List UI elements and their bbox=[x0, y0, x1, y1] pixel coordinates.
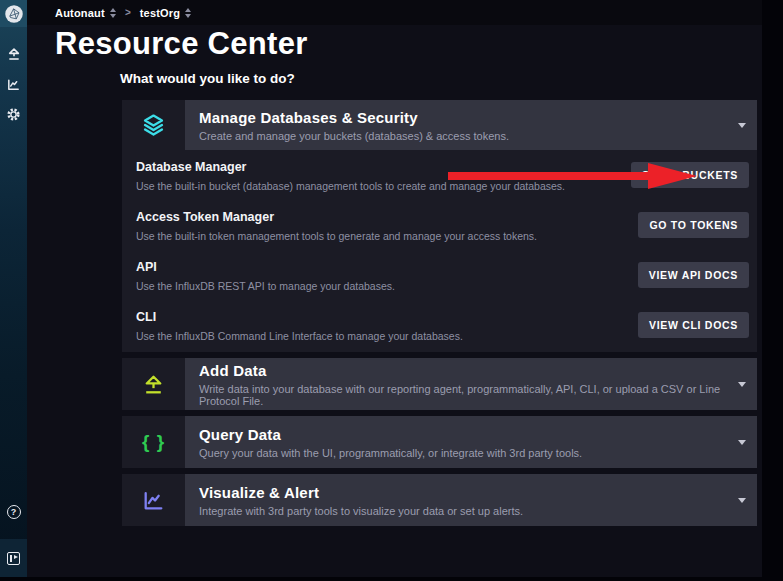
chevron-down-icon[interactable] bbox=[738, 498, 746, 503]
breadcrumb-org-label: Autonaut bbox=[55, 7, 105, 19]
row-api-title: API bbox=[136, 260, 395, 274]
row-database-manager: Database Manager Use the built-in bucket… bbox=[136, 150, 749, 200]
panel-manage-description: Create and manage your buckets (database… bbox=[199, 130, 727, 142]
panel-visualize-alert-header[interactable]: Visualize & Alert Integrate with 3rd par… bbox=[122, 474, 757, 526]
panel-visualize-alert-description: Integrate with 3rd party tools to visual… bbox=[199, 505, 727, 517]
panel-add-data-header[interactable]: Add Data Write data into your database w… bbox=[122, 358, 757, 410]
breadcrumb-separator: > bbox=[125, 7, 131, 18]
panel-add-data-title: Add Data bbox=[199, 362, 727, 379]
row-api-description: Use the InfluxDB REST API to manage your… bbox=[136, 280, 395, 292]
view-api-docs-button[interactable]: VIEW API DOCS bbox=[638, 262, 749, 288]
row-cli-title: CLI bbox=[136, 310, 463, 324]
row-access-token-manager-description: Use the built-in token management tools … bbox=[136, 230, 537, 242]
view-cli-docs-button[interactable]: VIEW CLI DOCS bbox=[638, 312, 749, 338]
row-api: API Use the InfluxDB REST API to manage … bbox=[136, 250, 749, 300]
data-explorer-icon[interactable] bbox=[6, 76, 22, 92]
sidebar-nav bbox=[0, 46, 27, 122]
row-access-token-manager: Access Token Manager Use the built-in to… bbox=[136, 200, 749, 250]
panel-query-data-header[interactable]: { } Query Data Query your data with the … bbox=[122, 416, 757, 468]
row-cli-description: Use the InfluxDB Command Line Interface … bbox=[136, 330, 463, 342]
panel-add-data: Add Data Write data into your database w… bbox=[122, 358, 757, 410]
settings-gear-icon[interactable] bbox=[6, 106, 22, 122]
manage-rows: Database Manager Use the built-in bucket… bbox=[122, 150, 757, 352]
chevron-down-icon[interactable] bbox=[738, 123, 746, 128]
panel-query-data-header-body: Query Data Query your data with the UI, … bbox=[185, 416, 757, 468]
org-dropdown-caret-icon bbox=[110, 8, 116, 18]
sidebar: ? bbox=[0, 0, 27, 577]
project-dropdown-caret-icon bbox=[185, 8, 191, 18]
influxdb-logo[interactable] bbox=[0, 0, 27, 27]
panel-manage-title: Manage Databases & Security bbox=[199, 109, 727, 126]
page-title: Resource Center bbox=[55, 26, 308, 62]
panel-visualize-alert: Visualize & Alert Integrate with 3rd par… bbox=[122, 474, 757, 526]
upload-icon bbox=[122, 358, 185, 410]
row-cli: CLI Use the InfluxDB Command Line Interf… bbox=[136, 300, 749, 350]
console-icon bbox=[7, 552, 20, 565]
braces-icon: { } bbox=[122, 416, 185, 468]
panel-manage-header-body: Manage Databases & Security Create and m… bbox=[185, 100, 757, 150]
panel-visualize-alert-title: Visualize & Alert bbox=[199, 484, 727, 501]
chevron-down-icon[interactable] bbox=[738, 382, 746, 387]
breadcrumb-project-selector[interactable]: testOrg bbox=[140, 7, 192, 19]
row-database-manager-description: Use the built-in bucket (database) manag… bbox=[136, 180, 565, 192]
go-to-tokens-button[interactable]: GO TO TOKENS bbox=[638, 212, 749, 238]
sidebar-bottom: ? bbox=[0, 505, 27, 577]
resource-panels: Manage Databases & Security Create and m… bbox=[122, 100, 757, 532]
panel-add-data-description: Write data into your database with our r… bbox=[199, 383, 727, 407]
panel-manage-databases: Manage Databases & Security Create and m… bbox=[122, 100, 757, 352]
panel-visualize-alert-header-body: Visualize & Alert Integrate with 3rd par… bbox=[185, 474, 757, 526]
influxdb-logo-icon bbox=[4, 4, 24, 24]
panel-query-data-title: Query Data bbox=[199, 426, 727, 443]
help-icon[interactable]: ? bbox=[7, 505, 21, 519]
go-to-buckets-button[interactable]: GO TO BUCKETS bbox=[631, 162, 749, 188]
load-data-icon[interactable] bbox=[6, 46, 22, 62]
window-bottom-edge bbox=[0, 577, 783, 581]
panel-manage-header[interactable]: Manage Databases & Security Create and m… bbox=[122, 100, 757, 150]
feedback-tile[interactable] bbox=[0, 539, 27, 577]
chevron-down-icon[interactable] bbox=[738, 440, 746, 445]
row-database-manager-title: Database Manager bbox=[136, 160, 565, 174]
line-chart-icon bbox=[122, 474, 185, 526]
row-access-token-manager-title: Access Token Manager bbox=[136, 210, 537, 224]
layers-icon bbox=[122, 100, 185, 150]
panel-query-data-description: Query your data with the UI, programmati… bbox=[199, 447, 727, 459]
panel-add-data-header-body: Add Data Write data into your database w… bbox=[185, 358, 757, 410]
main-content: Autonaut > testOrg Resource Center What … bbox=[27, 0, 762, 577]
page-prompt: What would you like to do? bbox=[120, 71, 295, 86]
breadcrumb-org-selector[interactable]: Autonaut bbox=[55, 7, 116, 19]
breadcrumb-project-label: testOrg bbox=[140, 7, 181, 19]
panel-query-data: { } Query Data Query your data with the … bbox=[122, 416, 757, 468]
breadcrumb: Autonaut > testOrg bbox=[27, 0, 762, 25]
